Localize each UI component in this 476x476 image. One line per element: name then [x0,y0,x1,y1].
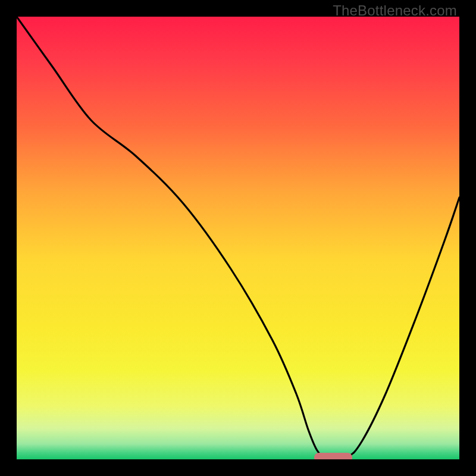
chart-area [17,17,459,459]
optimal-range-marker [314,453,352,459]
chart-background [17,17,459,459]
bottleneck-chart [17,17,459,459]
